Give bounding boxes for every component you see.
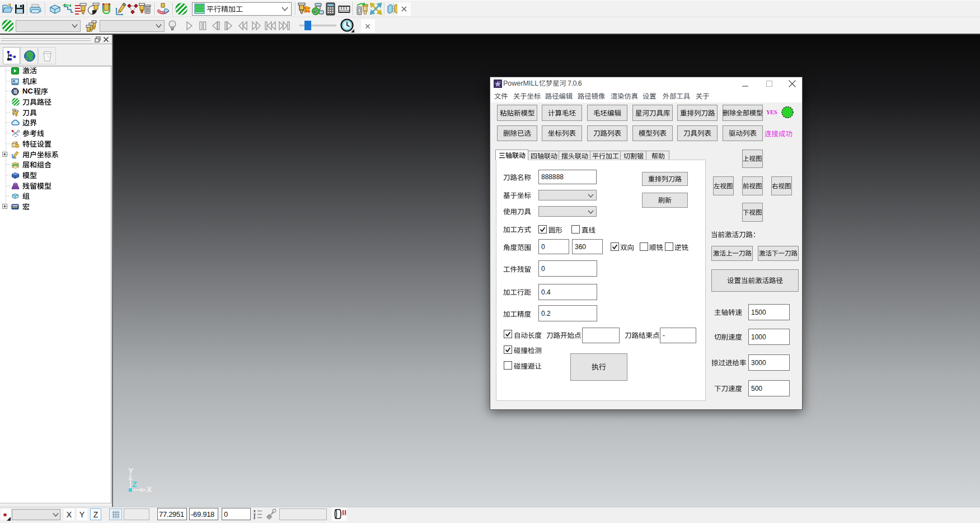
svg-text:z: z — [254, 516, 256, 520]
svg-text:X: X — [147, 485, 152, 494]
svg-text:Z: Z — [132, 480, 137, 489]
svg-text:Y: Y — [128, 466, 134, 475]
